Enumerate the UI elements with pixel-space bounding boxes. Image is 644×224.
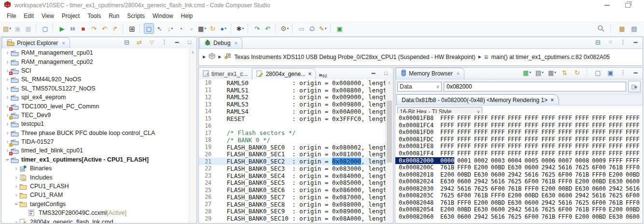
memory-value[interactable]: FFFF [609,136,623,143]
memory-device-icon[interactable]: ▦▾ [197,24,207,33]
dropdown-arrow-icon[interactable]: ▾ [554,71,556,75]
memory-value[interactable]: 761B [609,164,623,171]
tree-item-binaries[interactable]: ›10Binaries [1,164,196,173]
memory-value[interactable]: 00BD [525,192,539,199]
memory-value[interactable]: E200 [575,213,589,220]
code-line-11[interactable]: 11 RAMLS1 : origin = 0x008800, length [199,87,386,94]
restart-icon[interactable]: ↻ [208,24,217,33]
memory-value[interactable]: FFFF [457,150,471,157]
memory-value[interactable]: FFFF [474,122,488,129]
console-icon[interactable]: ▢ [41,24,50,33]
memory-value[interactable]: FFFF [609,129,623,135]
memory-row-0x00082018[interactable]: 0x00082018E20000BDE63006002942561676256F… [395,171,643,178]
memory-value[interactable]: 6F00 [525,178,539,185]
memory-value[interactable]: 761B [575,171,589,178]
memory-address[interactable]: 0x00082000 [395,157,440,164]
memory-value[interactable]: FFFF [508,143,522,149]
memory-value[interactable]: 0600 [491,171,505,178]
scrollbar-thumb[interactable] [387,101,392,163]
memory-value[interactable]: FFFF [440,136,454,143]
go-to-address-button[interactable] [628,81,641,92]
memory-value[interactable]: 0006 [541,157,555,164]
memory-value[interactable]: 7625 [541,206,555,213]
memory-value[interactable]: 0600 [457,213,471,220]
expand-arrow-icon[interactable]: ▶ [218,55,221,59]
device-cube-icon[interactable] [209,53,215,61]
memory-value[interactable]: 5616 [491,213,505,220]
pin-trace-icon[interactable]: ✎▾ [318,24,327,33]
memory-row-0x00082024[interactable]: 0x00082024E63006002942561676256F00761BFF… [395,178,643,185]
memory-value[interactable]: FFF0 [457,199,471,206]
tree-item-tms320f280049c-ccxml[interactable]: TMS320F280049C.ccxml [Active] [1,209,196,217]
memory-value[interactable]: 5616 [592,192,606,199]
terminate-icon[interactable]: ■ [79,24,88,33]
tree-item-tida-01527[interactable]: ›ccs!TIDA-01527 [1,137,196,146]
load-memory-icon[interactable]: ▦▾ [522,68,532,77]
scroll-up-icon[interactable]: ∧ [191,50,195,55]
build-icon[interactable]: ⚙▾ [280,24,289,33]
memory-value[interactable]: E630 [575,185,589,192]
new-rendering-tab-icon[interactable]: ▢ [593,68,602,77]
memory-value[interactable]: 2942 [508,171,522,178]
tree-item-tec-dev9[interactable]: ›ccs!TEC_Dev9 [1,111,196,119]
memory-value[interactable]: 5616 [558,164,572,171]
memory-value[interactable]: 0009 [592,157,606,164]
tree-item-ram-management-cpu01[interactable]: ›ccsRAM_management_cpu01 [1,48,196,57]
memory-value[interactable]: FFFF [575,136,589,143]
memory-row-0x00081FD0[interactable]: 0x00081FD0FFFFFFFFFFFFFFFFFFFFFFFFFFFFFF… [395,129,643,136]
tree-item-timed-led-blink-cpu01[interactable]: ›ccsxtimed_led_blink_cpu01 [1,146,196,155]
memory-value[interactable]: FFFF [609,115,623,121]
memory-value[interactable]: FFFF [575,122,589,129]
memory-value[interactable]: FFFF [541,129,555,135]
registers-icon[interactable]: ⊞ [127,24,137,33]
memory-value[interactable]: 6F00 [592,199,606,206]
memory-address[interactable]: 0x00081FC4 [395,122,440,129]
memory-value[interactable]: 7625 [440,192,454,199]
memory-address[interactable]: 0x00081FB8 [395,115,440,121]
code-line-17[interactable]: 17 /* Flash sectors */ [199,129,386,136]
memory-address[interactable]: 0x00081FF4 [395,150,440,157]
memory-dump[interactable]: 0x00081FB8FFFFFFFFFFFFFFFFFFFFFFFFFFFFFF… [395,113,643,223]
memory-value[interactable]: 761B [508,185,522,192]
code-editor[interactable]: 10 RAMLS0 : origin = 0x008000, length11 … [199,79,386,223]
memory-value[interactable]: 761B [541,213,555,220]
memory-value[interactable]: FFFF [592,150,606,157]
memory-value[interactable]: E200 [609,206,623,213]
memory-value[interactable]: FFF0 [626,164,640,171]
memory-value[interactable]: 0600 [592,185,606,192]
memory-value[interactable]: 761B [440,199,454,206]
memory-value[interactable]: FFFF [508,115,522,121]
editor-scrollbar[interactable]: ∧ [385,79,393,223]
minimize-window-icon[interactable] [604,5,610,6]
close-tab-icon[interactable]: × [234,40,237,46]
memory-row-0x00081FDC[interactable]: 0x00081FDCFFFFFFFFFFFFFFFFFFFFFFFFFFFFFF… [395,136,643,143]
memory-value[interactable]: 2942 [541,199,555,206]
memory-value[interactable]: 0007 [558,157,572,164]
expand-arrow-icon[interactable]: ▶ [203,55,206,59]
tree-item-testcpu1[interactable]: ›ccstestcpu1 [1,119,196,128]
menu-project[interactable]: Project [58,12,84,20]
tree-item-three-phase-buck-pfc-double-loop-control-cla[interactable]: ›ccsThree phase BUCK PFC double loop con… [1,129,196,137]
memory-value[interactable]: FFFF [491,122,505,129]
close-tab-icon[interactable]: × [457,71,460,76]
memory-value[interactable]: 00BD [457,171,471,178]
menu-window[interactable]: Window [149,12,177,20]
code-line-21[interactable]: 21 FLASH_BANK0_SEC2 : origin = 0x082000,… [199,158,386,165]
code-line-20[interactable]: 20 FLASH_BANK0_SEC1 : origin = 0x081000,… [199,151,386,158]
memory-value[interactable]: FFF0 [592,206,606,213]
memory-value[interactable]: 7625 [575,164,589,171]
memory-value[interactable]: 00BD [491,199,505,206]
memory-row-0x00081FC4[interactable]: 0x00081FC4FFFFFFFFFFFFFFFFFFFFFFFFFFFFFF… [395,122,643,129]
memory-value[interactable]: 0600 [626,213,640,220]
memory-address[interactable]: 0x00082024 [395,178,440,185]
memory-address[interactable]: 0x00081FDC [395,136,440,143]
memory-value[interactable]: FFFF [457,122,471,129]
expand-chevron-icon[interactable]: › [13,165,19,172]
memory-value[interactable]: FFFF [440,115,454,121]
memory-value[interactable]: 0600 [525,199,539,206]
dropdown-arrow-icon[interactable]: ▾ [9,27,11,30]
close-tab-icon[interactable]: × [62,40,65,46]
memory-row-0x00081FE8[interactable]: 0x00081FE8FFFFFFFFFFFFFFFFFFFFFFFFFFFFFF… [395,143,643,150]
memory-address[interactable]: 0x00081FD0 [395,129,440,135]
memory-address[interactable]: 0x0008200C [395,164,440,171]
